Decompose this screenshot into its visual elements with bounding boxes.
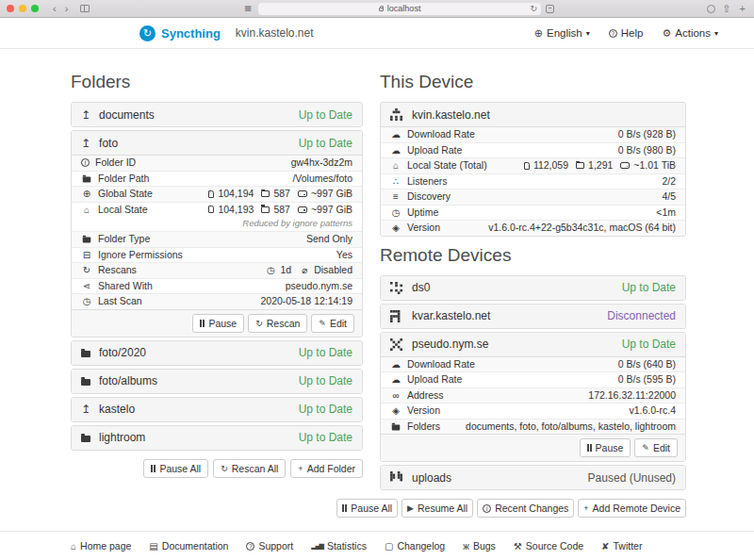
uptime-row: ◷ Uptime <1m: [381, 205, 685, 221]
help-label: Help: [621, 27, 644, 39]
lock-icon: [379, 8, 384, 11]
tab-groups-icon[interactable]: ▦: [243, 5, 254, 12]
clock-icon: ◷: [390, 207, 402, 219]
version-value: v1.6.0-rc.4+22-g5b34c31c, macOS (64 bit): [488, 222, 676, 234]
extension-icon[interactable]: [707, 5, 715, 13]
pause-all-devices-button[interactable]: Pause All: [336, 499, 398, 518]
pause-icon: [342, 504, 347, 512]
add-folder-button[interactable]: +Add Folder: [290, 459, 363, 478]
rescan-button[interactable]: ↻Rescan: [248, 314, 307, 333]
remote-devices-heading: Remote Devices: [380, 245, 686, 266]
device-identicon: [390, 338, 403, 351]
this-device-row[interactable]: kvin.kastelo.net: [381, 103, 685, 126]
pseudo-device-actions: Pause ✎Edit: [381, 434, 685, 461]
new-tab-copy-icon[interactable]: [546, 5, 554, 13]
book-icon: ▤: [149, 541, 157, 552]
globe-icon: ⊕: [81, 189, 92, 200]
file-icon: [208, 190, 214, 198]
folder-icon: [83, 238, 91, 243]
edit-button[interactable]: ✎Edit: [311, 314, 354, 333]
folder-row-kastelo[interactable]: ↥ kastelo Up to Date: [72, 398, 362, 421]
forward-button[interactable]: ›: [63, 4, 71, 14]
footer-link-statistics[interactable]: ▂▄▆Statistics: [311, 540, 367, 552]
url-text: localhost: [387, 4, 421, 13]
device-name: kvar.kastelo.net: [412, 309, 490, 322]
device-row-ds0[interactable]: ds0 Up to Date: [381, 276, 685, 300]
navbar-right: ⊕ English ▾ ? Help ⚙ Actions ▾: [534, 27, 718, 40]
add-remote-device-button[interactable]: +Add Remote Device: [578, 499, 686, 518]
zoom-window-button[interactable]: [31, 5, 39, 12]
resume-all-button[interactable]: ▶Resume All: [402, 499, 473, 518]
send-only-upload-icon: ↥: [81, 109, 90, 121]
new-tab-icon[interactable]: +: [738, 4, 747, 14]
footer-link-changelog[interactable]: ▢Changelog: [385, 540, 445, 552]
home-icon: ⌂: [71, 541, 76, 552]
version-row: ◈ Version v1.6.0-rc.4+22-g5b34c31c, macO…: [381, 220, 685, 236]
close-window-button[interactable]: [7, 5, 14, 12]
device-status: Disconnected: [607, 309, 676, 322]
folders-column: Folders ↥ documents Up to Date ↥ foto Up…: [71, 72, 363, 518]
file-icon: [524, 162, 530, 170]
folders-row: Folders documents, foto, foto/albums, ka…: [381, 419, 685, 435]
clock-icon: ◷: [265, 265, 276, 276]
download-rate-value: 0 B/s (640 B): [618, 359, 676, 371]
discovery-value: 4/5: [662, 191, 676, 203]
footer-link-twitter[interactable]: ✘Twitter: [601, 540, 642, 552]
pause-icon: [200, 320, 205, 327]
local-state-row: ⌂ Local State 104,193 587 ~997 GiB: [72, 202, 362, 218]
recent-changes-button[interactable]: iRecent Changes: [477, 499, 574, 518]
footer-link-documentation[interactable]: ▤Documentation: [149, 540, 228, 552]
link-icon: ∞: [390, 390, 402, 402]
folder-icon: [81, 436, 90, 442]
brand-name[interactable]: Syncthing: [161, 26, 221, 41]
share-icon[interactable]: ⇧: [720, 4, 732, 14]
address-bar[interactable]: localhost ↻: [258, 3, 541, 15]
pause-all-folders-button[interactable]: Pause All: [143, 459, 208, 478]
syncthing-logo: ↻: [139, 25, 156, 41]
folder-row-foto-albums[interactable]: foto/albums Up to Date: [72, 370, 362, 393]
reload-icon[interactable]: ↻: [531, 4, 538, 13]
device-row-kvar[interactable]: kvar.kastelo.net Disconnected: [381, 305, 685, 328]
edit-button[interactable]: ✎Edit: [634, 438, 678, 457]
folder-row-foto-2020[interactable]: foto/2020 Up to Date: [72, 341, 362, 365]
sidebar-toggle-icon[interactable]: [80, 5, 90, 12]
globe-icon: ⊕: [534, 27, 543, 40]
actions-menu[interactable]: ⚙ Actions ▾: [662, 27, 718, 40]
gear-icon: ⚙: [662, 27, 671, 40]
device-panel-pseudo: pseudo.nym.se Up to Date ☁ Download Rate…: [380, 332, 686, 463]
folder-row-foto[interactable]: ↥ foto Up to Date: [72, 131, 362, 155]
footer-link-support[interactable]: ?Support: [246, 540, 293, 552]
footer-link-bugs[interactable]: жBugs: [463, 540, 496, 552]
cloud-upload-icon: ☁: [390, 145, 402, 156]
play-icon: ▶: [407, 503, 414, 513]
device-panel-kvar: kvar.kastelo.net Disconnected: [380, 304, 686, 329]
pause-button[interactable]: Pause: [580, 438, 631, 457]
minimize-window-button[interactable]: [19, 5, 26, 12]
folder-row-documents[interactable]: ↥ documents Up to Date: [72, 103, 362, 126]
ignore-patterns-note: Reduced by ignore patterns: [72, 217, 362, 231]
shared-with-value: pseudo.nym.se: [286, 281, 352, 292]
pause-button[interactable]: Pause: [192, 314, 244, 333]
help-menu[interactable]: ? Help: [609, 27, 644, 39]
folder-icon: [81, 351, 90, 357]
device-panel-ds0: ds0 Up to Date: [380, 275, 686, 301]
language-menu[interactable]: ⊕ English ▾: [534, 27, 590, 40]
listeners-row: ∴ Listeners 2/2: [381, 173, 685, 189]
device-row-uploads[interactable]: uploads Paused (Unused): [381, 466, 685, 489]
folder-panel-kastelo: ↥ kastelo Up to Date: [71, 397, 363, 422]
device-row-pseudo[interactable]: pseudo.nym.se Up to Date: [381, 333, 685, 356]
info-icon: i: [81, 158, 90, 167]
footer-link-source[interactable]: ⚒Source Code: [514, 540, 583, 552]
device-status: Up to Date: [622, 281, 676, 294]
folder-row-lightroom[interactable]: lightroom Up to Date: [72, 426, 362, 450]
folder-id-value: gw4hx-3dz2m: [291, 157, 352, 169]
cloud-download-icon: ☁: [390, 359, 402, 371]
back-button[interactable]: ‹: [51, 4, 58, 14]
chevron-down-icon: ▾: [714, 29, 718, 38]
folder-status: Up to Date: [299, 374, 352, 387]
this-device-details: ☁ Download Rate 0 B/s (928 B) ☁ Upload R…: [381, 126, 685, 236]
footer-link-home[interactable]: ⌂Home page: [71, 540, 131, 552]
rescan-all-button[interactable]: ↻Rescan All: [213, 459, 286, 478]
global-state-row: ⊕ Global State 104,194 587 ~997 GiB: [72, 186, 362, 202]
device-status: Paused (Unused): [588, 471, 676, 485]
